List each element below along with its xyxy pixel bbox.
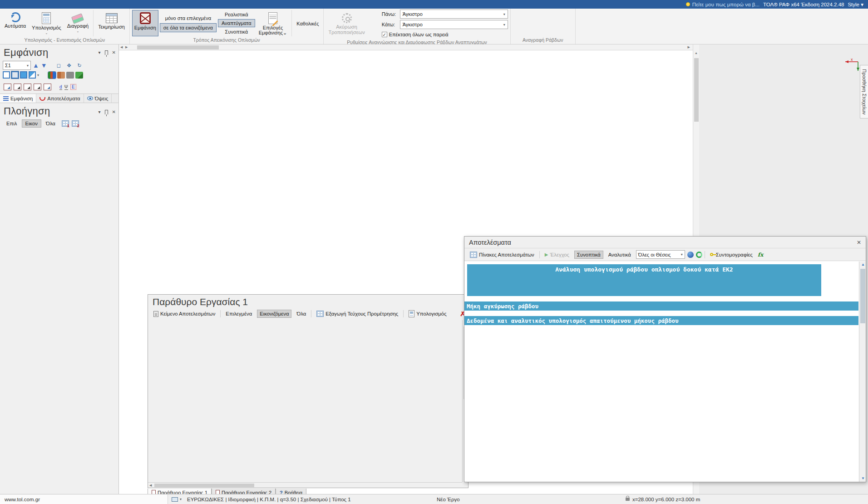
- horizontal-scrollbar[interactable]: ◀▶ ▶: [119, 44, 693, 50]
- close-icon[interactable]: ✕: [112, 109, 116, 114]
- nav-filter-shown[interactable]: Εικον: [22, 119, 42, 128]
- ribbon-tab-bar: Πείτε μου πως μπορώ να β... ΤΟΛ® ΡΑΦ x64…: [0, 0, 868, 9]
- pin-icon[interactable]: [105, 110, 108, 114]
- pencil-page-icon: [268, 12, 277, 24]
- cursor-coordinates: x=28.000 y=6.000 z=3.000 m: [632, 497, 700, 502]
- angle-icon[interactable]: Ψ: [64, 84, 68, 90]
- model-frame-icon[interactable]: [57, 72, 65, 79]
- tell-me-hint[interactable]: Πείτε μου πως μπορώ να β...: [686, 2, 760, 7]
- level-up-button[interactable]: ▲: [33, 62, 39, 69]
- polygon-select-icon[interactable]: [24, 84, 31, 90]
- beam-section-icon: [140, 12, 151, 24]
- check-button[interactable]: ▶Έλεγχος: [542, 251, 572, 259]
- lock-icon[interactable]: [626, 498, 630, 501]
- model-gray-icon[interactable]: [66, 72, 74, 79]
- table-icon: [106, 13, 118, 23]
- calc-button[interactable]: Υπολογισμός: [406, 309, 449, 319]
- results-close-icon[interactable]: ✕: [857, 239, 861, 246]
- hidden-line-view-icon[interactable]: [11, 71, 19, 79]
- detailed-button[interactable]: Αναλυτικά: [606, 251, 634, 259]
- top-hook-label: Πάνω:: [382, 11, 398, 17]
- filter-shown-button[interactable]: Εικονιζόμενα: [257, 310, 291, 318]
- auto-button[interactable]: Αυτόματα: [2, 10, 28, 36]
- cancel-modifications-button[interactable]: ΑκύρωσηΤροποποιήσεων: [326, 11, 367, 37]
- selection-e-icon[interactable]: E: [70, 84, 76, 90]
- extend-all-label: Επέκταση όλων ως παρειά: [389, 32, 449, 37]
- play-icon: ▶: [545, 252, 548, 257]
- close-icon[interactable]: ✕: [112, 50, 116, 55]
- group-label: Ρυθμίσεις Αναγνώρισης και Διαμόρφωσης Ρά…: [324, 40, 510, 44]
- monitor-icon[interactable]: [172, 497, 178, 502]
- titlebar-right: Πείτε μου πως μπορώ να β... ΤΟΛ® ΡΑΦ x64…: [686, 0, 868, 9]
- calculate-button[interactable]: Υπολογισμός⌄: [30, 10, 64, 36]
- nav-filter-selected[interactable]: Επιλ: [3, 119, 21, 128]
- zoom-extents-icon[interactable]: ↻: [75, 61, 84, 70]
- global-button[interactable]: Καθολικές: [294, 10, 321, 36]
- cut-view-icon[interactable]: [29, 71, 36, 79]
- pan-icon[interactable]: ✥: [65, 61, 74, 70]
- extend-all-checkbox[interactable]: [382, 32, 387, 37]
- properties-icon[interactable]: [44, 84, 51, 90]
- text-results-button[interactable]: Κείμενο Αποτελεσμάτων: [151, 310, 218, 318]
- filter-select-icon[interactable]: [34, 84, 41, 90]
- results-content: Ανάλυση υπολογισμού ράβδου οπλισμού δοκο…: [464, 262, 859, 482]
- results-scrollbar[interactable]: ▲▼: [859, 262, 866, 482]
- svg-text:x: x: [851, 57, 853, 62]
- measure-icon[interactable]: d: [59, 84, 62, 90]
- model-render-icon[interactable]: [75, 72, 83, 79]
- add-elements-vertical-tab[interactable]: Προσθήκη Στοιχείων: [860, 65, 868, 119]
- bottom-hook-label: Κάτω:: [382, 22, 398, 27]
- level-combo[interactable]: Σ1▾: [3, 61, 31, 70]
- table1-icon[interactable]: 1: [62, 120, 69, 127]
- analysis-settings-text: ΕΥΡΩΚΩΔΙΚΕΣ | Ιδιομορφική | Κ.Π.Μ. | q=3…: [187, 497, 351, 502]
- delete-button[interactable]: Διαγραφή⌄: [65, 10, 91, 36]
- bottom-hook-select[interactable]: Άγκιστρο▾: [400, 20, 508, 29]
- work-window: Παράθυρο Εργασίας 1 Κείμενο Αποτελεσμάτω…: [148, 294, 469, 488]
- selection-toolbar: d Ψ E: [0, 81, 118, 92]
- sphere-icon[interactable]: [687, 252, 694, 258]
- only-selected-button[interactable]: μόνο στα επιλεγμένα: [160, 14, 217, 23]
- dropdown-icon[interactable]: ▾: [99, 50, 101, 55]
- filter-all-button[interactable]: Όλα: [294, 310, 309, 318]
- select-add-icon[interactable]: [4, 84, 11, 90]
- documentation-button[interactable]: Τεκμηρίωση: [96, 10, 127, 36]
- group-label: Αναγραφή Ράβδων: [511, 37, 575, 44]
- top-hook-select[interactable]: Άγκιστρο▾: [400, 10, 508, 19]
- website-link[interactable]: www.tol.com.gr: [0, 494, 168, 504]
- developments-button[interactable]: Αναπτύγματα: [218, 19, 255, 27]
- dropdown-icon[interactable]: ▾: [99, 109, 101, 114]
- nav-filter-all[interactable]: Όλα: [42, 119, 59, 128]
- eye-icon: [87, 96, 93, 100]
- left-dock: ▾✕ Εμφάνιση Σ1▾ ▲ ▼ ◻ ✥ ↻ ▾ d Ψ E Εμφάνι…: [0, 44, 119, 494]
- work-horizontal-scrollbar[interactable]: ◀: [148, 482, 462, 488]
- dock-tab-views[interactable]: Όψεις: [84, 94, 112, 103]
- display-options-button[interactable]: ΕπιλογέςΕμφάνισης⌄: [256, 10, 290, 36]
- summary-button[interactable]: Συνοπτικά: [574, 251, 603, 259]
- rect-select-icon[interactable]: [14, 84, 21, 90]
- result-tables-button[interactable]: Πίνακες Αποτελεσμάτων: [467, 250, 537, 259]
- group-label: Τρόπος Απεικόνισης Οπλισμών: [130, 37, 324, 44]
- style-menu[interactable]: Style ▾: [848, 1, 863, 8]
- abbreviations-button[interactable]: Συντομογραφίες: [707, 251, 755, 259]
- dock-tab-results[interactable]: Αποτελέσματα: [36, 94, 84, 103]
- realistic-button[interactable]: Ρεαλιστικά: [218, 10, 255, 19]
- level-down-button[interactable]: ▼: [41, 62, 47, 69]
- solid-view-icon[interactable]: [20, 71, 27, 79]
- refresh-icon[interactable]: [696, 252, 702, 258]
- positions-select[interactable]: Όλες οι Θέσεις▾: [636, 250, 685, 259]
- key-icon: [710, 253, 713, 256]
- wireframe-view-icon[interactable]: [3, 71, 10, 79]
- model-colored-icon[interactable]: [48, 72, 56, 79]
- summary-button[interactable]: Συνοπτικά: [218, 28, 255, 36]
- filter-selected-button[interactable]: Επιλεγμένα: [223, 310, 255, 318]
- navigation-tree: [0, 129, 118, 130]
- all-shown-button[interactable]: σε όλα τα εικονιζόμενα: [160, 23, 217, 32]
- table-icon: [470, 252, 477, 258]
- display-button[interactable]: Εμφάνιση: [132, 10, 158, 36]
- table2-icon[interactable]: 2: [72, 120, 79, 127]
- zoom-window-icon[interactable]: ◻: [54, 61, 63, 70]
- fx-icon[interactable]: fx: [758, 252, 763, 258]
- export-boq-button[interactable]: Εξαγωγή Τεύχους Προμέτρησης: [314, 309, 401, 318]
- dock-tab-display[interactable]: Εμφάνιση: [0, 94, 36, 103]
- pin-icon[interactable]: [105, 50, 108, 55]
